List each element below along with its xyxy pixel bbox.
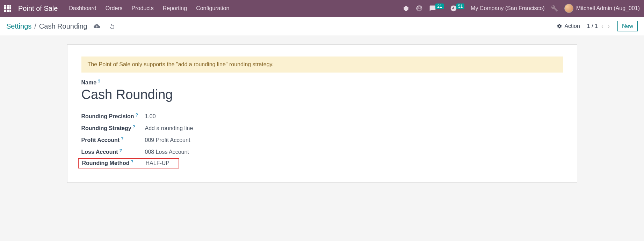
- alert-banner: The Point of Sale only supports the "add…: [81, 57, 563, 73]
- action-menu[interactable]: Action: [557, 23, 580, 29]
- action-label: Action: [564, 23, 580, 29]
- top-navbar: Point of Sale Dashboard Orders Products …: [0, 0, 644, 17]
- help-icon[interactable]: ?: [120, 148, 122, 153]
- main-menu: Dashboard Orders Products Reporting Conf…: [69, 5, 229, 12]
- rounding-precision-value[interactable]: 1.00: [145, 113, 156, 120]
- cloud-save-icon[interactable]: [94, 23, 100, 29]
- help-icon[interactable]: ?: [121, 136, 123, 141]
- rounding-precision-label: Rounding Precision: [81, 113, 134, 120]
- profit-account-label: Profit Account: [81, 137, 120, 143]
- discard-icon[interactable]: [109, 23, 115, 29]
- support-icon[interactable]: [416, 5, 423, 12]
- new-button[interactable]: New: [617, 21, 638, 31]
- user-menu[interactable]: Mitchell Admin (Aug_001): [564, 4, 640, 13]
- apps-icon[interactable]: [4, 5, 11, 12]
- breadcrumb: Settings / Cash Rounding: [6, 22, 115, 30]
- rounding-strategy-label: Rounding Strategy: [81, 125, 131, 131]
- user-name: Mitchell Admin (Aug_001): [576, 5, 640, 12]
- form-sheet: The Point of Sale only supports the "add…: [67, 44, 577, 183]
- help-icon[interactable]: ?: [133, 125, 135, 129]
- pager-count[interactable]: 1 / 1: [587, 23, 598, 29]
- app-brand[interactable]: Point of Sale: [18, 5, 58, 13]
- rounding-method-value[interactable]: HALF-UP: [146, 160, 169, 166]
- loss-account-value[interactable]: 008 Loss Account: [145, 149, 189, 155]
- pager-prev[interactable]: ‹: [601, 23, 604, 30]
- loss-account-label: Loss Account: [81, 149, 118, 155]
- help-icon[interactable]: ?: [131, 159, 133, 164]
- breadcrumb-leaf: Cash Rounding: [39, 22, 87, 30]
- menu-products[interactable]: Products: [132, 5, 154, 12]
- menu-orders[interactable]: Orders: [106, 5, 123, 12]
- menu-reporting[interactable]: Reporting: [163, 5, 187, 12]
- name-field-input[interactable]: [81, 87, 563, 102]
- control-bar: Settings / Cash Rounding Action 1 / 1 ‹ …: [0, 17, 644, 36]
- rounding-strategy-value[interactable]: Add a rounding line: [145, 125, 193, 131]
- menu-configuration[interactable]: Configuration: [196, 5, 229, 12]
- pager-next[interactable]: ›: [607, 23, 610, 30]
- help-icon[interactable]: ?: [98, 79, 100, 84]
- tools-icon[interactable]: [551, 5, 558, 12]
- debug-icon[interactable]: [403, 5, 410, 12]
- messages-icon[interactable]: 21: [429, 5, 443, 12]
- rounding-method-label: Rounding Method: [82, 160, 130, 166]
- help-icon[interactable]: ?: [136, 113, 138, 118]
- breadcrumb-root[interactable]: Settings: [6, 22, 31, 30]
- activities-badge: 51: [456, 3, 464, 9]
- gear-icon: [557, 23, 562, 29]
- profit-account-value[interactable]: 009 Profit Account: [145, 137, 190, 143]
- menu-dashboard[interactable]: Dashboard: [69, 5, 96, 12]
- name-field-label: Name: [81, 80, 97, 86]
- avatar: [564, 4, 573, 13]
- company-switcher[interactable]: My Company (San Francisco): [471, 5, 545, 12]
- pager: 1 / 1 ‹ ›: [587, 23, 610, 30]
- messages-badge: 21: [435, 3, 443, 9]
- activities-icon[interactable]: 51: [450, 5, 464, 12]
- breadcrumb-separator: /: [34, 22, 36, 30]
